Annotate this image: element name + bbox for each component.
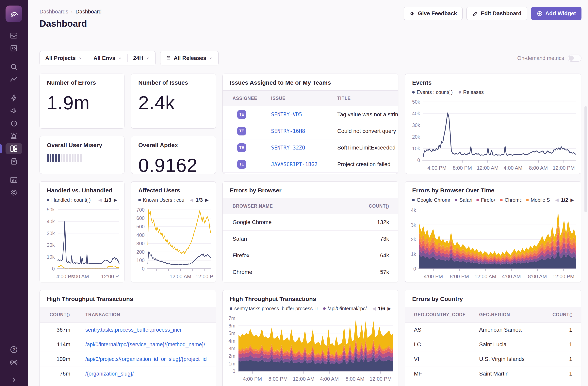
svg-text:40k: 40k (412, 111, 420, 116)
svg-text:700: 700 (136, 207, 145, 213)
help-icon: ? (9, 345, 18, 354)
sidebar-item-alerts[interactable] (5, 131, 22, 142)
give-feedback-button[interactable]: Give Feedback (404, 7, 462, 20)
table-row[interactable]: TE SENTRY-16H8 Could not convert query (223, 123, 398, 139)
legend-item[interactable]: /api/0/internal/rpc/{service_name}/{meth… (323, 306, 368, 312)
legend-item[interactable]: Safari (455, 197, 472, 203)
sidebar-item-explore[interactable] (5, 61, 22, 72)
issue-link[interactable]: SENTRY-16H8 (271, 128, 305, 134)
breadcrumb-dashboards[interactable]: Dashboards (40, 9, 68, 15)
svg-text:2m: 2m (228, 353, 235, 359)
issues-icon (9, 31, 18, 40)
widget-high-throughput-chart[interactable]: High Throughput Transactions sentry.task… (222, 290, 398, 386)
project-filter[interactable]: All Projects (40, 54, 88, 62)
widget-number-of-errors[interactable]: Number of Errors 1.9m (40, 73, 125, 129)
lightning-icon (9, 94, 18, 102)
paginator-prev-icon[interactable]: ◀ (372, 306, 376, 311)
sidebar-expand-button[interactable] (5, 374, 22, 385)
widget-handled-vs-unhandled[interactable]: Handled vs. Unhandled Handled : count( )… (40, 181, 125, 282)
widget-errors-by-browser-over-time[interactable]: Errors by Browser Over Time Google Chrom… (405, 181, 581, 282)
svg-text:7m: 7m (228, 316, 235, 321)
table-row[interactable]: Safari73k (223, 230, 398, 247)
legend-item[interactable]: Mobile Safari (526, 197, 550, 203)
legend-item[interactable]: sentry.tasks.process_buffer.process_incr (230, 306, 318, 312)
paginator-next-icon[interactable]: ▶ (387, 306, 391, 311)
transaction-link[interactable]: /api/0/internal/rpc/{service_name}/{meth… (85, 341, 205, 347)
legend-item[interactable]: Handled : count( ) (47, 197, 91, 203)
table-row[interactable]: Chrome57k (223, 264, 398, 280)
events-line-chart[interactable]: 010k20k30k40k50k4:00 PM8:00 PM12:00 AM4:… (405, 97, 581, 173)
sidebar-item-dashboards[interactable] (5, 143, 22, 154)
table-row[interactable]: TE SENTRY-32ZQ SoftTimeLimitExceeded (223, 139, 398, 156)
table-row[interactable]: ASAmerican Samoa1 (405, 322, 581, 337)
table-row[interactable]: Firefox64k (223, 247, 398, 264)
widget-number-of-issues[interactable]: Number of Issues 2.4k (131, 73, 216, 129)
browser-stacked-area-chart[interactable]: 01k2k3k4k4:00 PM8:00 PM12:00 AM4:00 AM8:… (405, 205, 581, 281)
sidebar-item-whats-new[interactable] (5, 357, 22, 368)
legend-dot (459, 91, 461, 93)
sidebar-item-replays[interactable] (5, 118, 22, 129)
sidebar-item-metrics[interactable] (5, 74, 22, 85)
table-row[interactable]: VIU.S. Virgin Islands1 (405, 352, 581, 366)
paginator-next-icon[interactable]: ▶ (205, 197, 209, 203)
issue-link[interactable]: SENTRY-32ZQ (271, 145, 305, 151)
legend-item[interactable]: Releases (459, 89, 484, 95)
table-row[interactable]: TE JAVASCRIPT-1BG2 Project creation fail… (223, 156, 398, 173)
legend-item[interactable]: Chrome (500, 197, 521, 203)
table-row[interactable]: MFSaint Martin1 (405, 366, 581, 381)
environment-filter[interactable]: All Envs (88, 54, 127, 62)
widget-issues-assigned[interactable]: Issues Assigned to Me or My Teams ASSIGN… (222, 73, 398, 174)
paginator-prev-icon[interactable]: ◀ (190, 197, 193, 203)
legend-item[interactable]: Google Chrome (412, 197, 450, 203)
affected-users-line-chart[interactable]: 010020030040050060070012:00 AM12:00 P (131, 205, 216, 281)
widget-user-misery[interactable]: Overall User Misery (40, 136, 125, 174)
widget-affected-users[interactable]: Affected Users Known Users : count_uniqu… (131, 181, 216, 282)
legend-dot (412, 91, 415, 93)
handled-line-chart[interactable]: 010k20k30k40k50k4:00 PM12:00 AM12:00 P (40, 205, 124, 281)
release-filter[interactable]: All Releases (160, 54, 218, 62)
legend-item[interactable]: Events : count( ) (412, 89, 453, 95)
time-range-filter[interactable]: 24H (127, 54, 155, 62)
widget-apdex[interactable]: Overall Apdex 0.9162 (131, 136, 216, 174)
table-row[interactable]: 367m sentry.tasks.process_buffer.process… (40, 322, 216, 337)
widget-events-chart[interactable]: Events Events : count( ) Releases 010k20… (405, 73, 581, 174)
paginator-page: 1/3 (104, 197, 111, 203)
table-row[interactable]: LCSaint Lucia1 (405, 337, 581, 352)
table-row[interactable]: Google Chrome132k (223, 214, 398, 230)
sentry-logo[interactable] (5, 5, 22, 22)
transactions-stacked-area-chart[interactable]: 01m2m3m4m5m6m7m4:00 PM8:00 PM12:00 AM4:0… (223, 314, 398, 384)
widget-high-throughput-table[interactable]: High Throughput Transactions COUNT() TRA… (40, 290, 216, 386)
table-row[interactable]: Mobile Safari33k (223, 280, 398, 282)
table-row[interactable]: 114m /api/0/internal/rpc/{service_name}/… (40, 337, 216, 352)
paginator-prev-icon[interactable]: ◀ (98, 197, 102, 203)
legend-item[interactable]: Known Users : count_unique(user) (138, 197, 184, 203)
svg-text:4k: 4k (411, 207, 416, 213)
transaction-link[interactable]: /{organization_slug}/ (85, 371, 134, 377)
sidebar-item-performance[interactable] (5, 92, 22, 104)
svg-text:4:00 AM: 4:00 AM (502, 273, 521, 279)
transaction-link[interactable]: /api/0/projects/{organization_id_or_slug… (85, 356, 208, 362)
issue-link[interactable]: JAVASCRIPT-1BG2 (271, 161, 317, 167)
sidebar-item-user-feedback[interactable] (5, 105, 22, 116)
transaction-link[interactable]: sentry.tasks.process_buffer.process_incr (85, 327, 182, 333)
sidebar-item-stats[interactable] (5, 174, 22, 185)
issue-link[interactable]: SENTRY-VD5 (271, 112, 302, 117)
edit-dashboard-button[interactable]: Edit Dashboard (466, 7, 527, 20)
paginator-prev-icon[interactable]: ◀ (555, 197, 559, 203)
ondemand-metrics-toggle[interactable] (568, 55, 582, 62)
table-row[interactable]: 76m /{organization_slug}/ (40, 366, 216, 381)
paginator-next-icon[interactable]: ▶ (114, 197, 117, 203)
add-widget-button[interactable]: Add Widget (531, 7, 582, 20)
widget-errors-by-country[interactable]: Errors by Country GEO.COUNTRY_CODE GEO.R… (405, 290, 581, 386)
paginator-next-icon[interactable]: ▶ (570, 197, 574, 203)
table-row[interactable]: TE SENTRY-VD5 Tag value was not a string (223, 106, 398, 123)
sidebar-item-releases[interactable] (5, 156, 22, 167)
widget-errors-by-browser[interactable]: Errors by Browser BROWSER.NAME COUNT() G… (222, 181, 398, 282)
sidebar-item-issues[interactable] (5, 30, 22, 41)
table-row[interactable]: 109m /api/0/projects/{organization_id_or… (40, 352, 216, 366)
sidebar-item-settings[interactable] (5, 187, 22, 198)
scrollbar-thumb[interactable] (585, 106, 587, 212)
sidebar-item-help[interactable]: ? (5, 344, 22, 355)
sidebar-item-projects[interactable] (5, 43, 22, 54)
legend-item[interactable]: Firefox (476, 197, 495, 203)
